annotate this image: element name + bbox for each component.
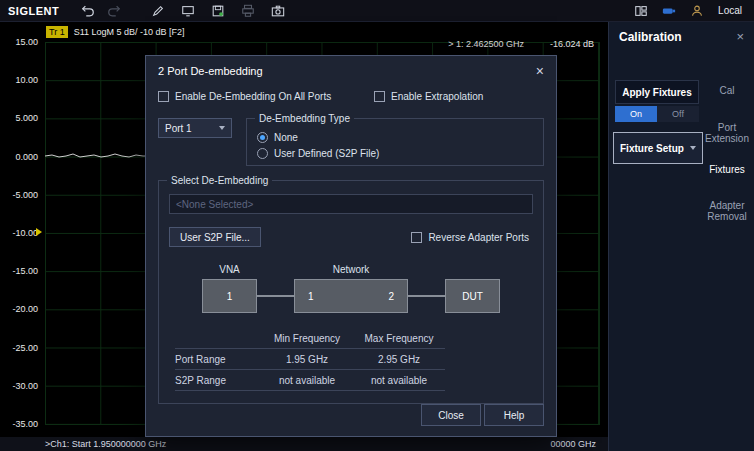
port-range-min: 1.95 GHz — [261, 349, 353, 370]
type-option-user-label: User Defined (S2P File) — [274, 148, 379, 159]
enable-extrapolation-label: Enable Extrapolation — [391, 91, 483, 102]
camera-icon[interactable] — [267, 1, 289, 21]
chevron-down-icon — [690, 146, 696, 150]
table-corner-cell — [175, 328, 261, 349]
reference-level-marker — [36, 228, 42, 236]
s2p-file-field[interactable]: <None Selected> — [169, 194, 533, 214]
type-option-user-defined[interactable]: User Defined (S2P File) — [257, 145, 533, 161]
port-selector-value: Port 1 — [165, 123, 192, 134]
dialog-close-icon[interactable]: × — [536, 64, 544, 78]
apply-fixtures-button[interactable]: Apply Fixtures — [615, 80, 699, 104]
fixture-setup-dropdown[interactable]: Fixture Setup — [613, 132, 703, 164]
checkbox-icon — [374, 91, 385, 102]
type-option-none[interactable]: None — [257, 129, 533, 145]
s2p-range-max: not available — [353, 370, 445, 391]
port-range-max: 2.95 GHz — [353, 349, 445, 370]
de-embedding-dialog: 2 Port De-embedding × Enable De-Embeddin… — [145, 55, 557, 437]
enable-all-ports-label: Enable De-Embedding On All Ports — [175, 91, 331, 102]
channel-status-bar: >Ch1: Start 1.950000000 GHz 00000 GHz — [0, 437, 608, 451]
user-icon[interactable] — [686, 1, 708, 21]
y-axis-label: -20.00 — [0, 304, 38, 314]
user-s2p-file-button[interactable]: User S2P File... — [169, 227, 261, 247]
de-embedding-diagram: VNA 1 Network 1 2 DUT — [169, 264, 533, 313]
vna-port-number: 1 — [227, 291, 233, 302]
layout-icon[interactable] — [630, 1, 652, 21]
y-axis-label: 15.00 — [0, 37, 38, 47]
sidebar-title: Calibration — [619, 30, 682, 44]
y-axis-label: -25.00 — [0, 343, 38, 353]
vna-application: SIGLENT — [0, 0, 754, 451]
radio-selected-icon — [257, 132, 268, 143]
y-axis-label: 5.000 — [0, 113, 38, 123]
network-box: 1 2 — [294, 279, 408, 313]
y-axis-label: -10.00 — [0, 228, 38, 238]
min-frequency-header: Min Frequency — [261, 328, 353, 349]
marker-frequency-readout: > 1: 2.462500 GHz — [448, 39, 524, 49]
network-port-left: 1 — [308, 291, 314, 302]
top-toolbar: SIGLENT — [0, 0, 754, 22]
y-axis-label: -5.000 — [0, 190, 38, 200]
checkbox-icon — [158, 91, 169, 102]
trace-badge[interactable]: Tr 1 — [46, 26, 68, 38]
save-icon[interactable] — [207, 1, 229, 21]
usb-icon[interactable] — [658, 1, 680, 21]
on-toggle[interactable]: On — [615, 106, 657, 122]
display-icon[interactable] — [177, 1, 199, 21]
s2p-range-min: not available — [261, 370, 353, 391]
marker-amplitude-readout: -16.024 dB — [550, 39, 594, 49]
enable-all-ports-checkbox[interactable]: Enable De-Embedding On All Ports — [158, 91, 374, 102]
redo-icon[interactable] — [103, 1, 125, 21]
dut-label: DUT — [462, 291, 483, 302]
vna-diagram-label: VNA — [219, 264, 240, 279]
siglent-logo: SIGLENT — [8, 5, 59, 17]
radio-icon — [257, 148, 268, 159]
de-embedding-type-group: De-Embedding Type None User Defined (S2P… — [246, 118, 544, 166]
frequency-range-table: Min Frequency Max Frequency Port Range 1… — [175, 328, 533, 391]
type-group-title: De-Embedding Type — [255, 113, 354, 124]
y-axis-label: 0.000 — [0, 152, 38, 162]
type-option-none-label: None — [274, 132, 298, 143]
network-port-right: 2 — [388, 291, 394, 302]
fixtures-on-off-toggle: On Off — [615, 106, 699, 122]
calibration-sidebar: Calibration × Apply Fixtures On Off Fixt… — [608, 22, 754, 451]
diagram-connector — [408, 295, 445, 297]
port-selector-dropdown[interactable]: Port 1 — [158, 118, 232, 138]
channel-stop-frequency: 00000 GHz — [550, 439, 596, 449]
trace-info: S11 LogM 5 dB/ -10 dB [F2] — [74, 27, 185, 37]
y-axis-label: -35.00 — [0, 419, 38, 429]
channel-start-frequency: >Ch1: Start 1.950000000 GHz — [45, 439, 166, 449]
sidebar-item-cal[interactable]: Cal — [703, 85, 751, 96]
printer-icon[interactable] — [237, 1, 259, 21]
y-axis-label: -15.00 — [0, 266, 38, 276]
diagram-connector — [257, 295, 294, 297]
s11-trace — [45, 144, 146, 170]
sidebar-item-fixtures[interactable]: Fixtures — [703, 164, 751, 175]
dut-box: DUT — [445, 279, 500, 313]
sidebar-close-icon[interactable]: × — [736, 29, 744, 44]
local-status-label: Local — [718, 5, 742, 16]
off-toggle[interactable]: Off — [657, 106, 699, 122]
chevron-down-icon — [219, 126, 225, 130]
dialog-title: 2 Port De-embedding — [158, 65, 263, 77]
max-frequency-header: Max Frequency — [353, 328, 445, 349]
reverse-adapter-ports-checkbox[interactable]: Reverse Adapter Ports — [411, 232, 529, 243]
help-button[interactable]: Help — [484, 404, 544, 426]
reverse-adapter-ports-label: Reverse Adapter Ports — [428, 232, 529, 243]
annotation-icon[interactable] — [147, 1, 169, 21]
table-row-label: S2P Range — [175, 370, 261, 391]
fixture-setup-label: Fixture Setup — [620, 143, 684, 154]
close-button[interactable]: Close — [421, 404, 481, 426]
select-de-embedding-group: Select De-Embedding <None Selected> User… — [158, 180, 544, 404]
undo-icon[interactable] — [77, 1, 99, 21]
checkbox-icon — [411, 232, 422, 243]
table-row-label: Port Range — [175, 349, 261, 370]
y-axis-label: 10.00 — [0, 75, 38, 85]
select-group-title: Select De-Embedding — [167, 175, 272, 186]
network-diagram-label: Network — [333, 264, 370, 279]
sidebar-item-adapter-removal[interactable]: Adapter Removal — [703, 200, 751, 222]
y-axis-label: -30.00 — [0, 381, 38, 391]
enable-extrapolation-checkbox[interactable]: Enable Extrapolation — [374, 91, 483, 102]
sidebar-item-port-extension[interactable]: Port Extension — [703, 122, 751, 144]
vna-box: 1 — [202, 279, 257, 313]
